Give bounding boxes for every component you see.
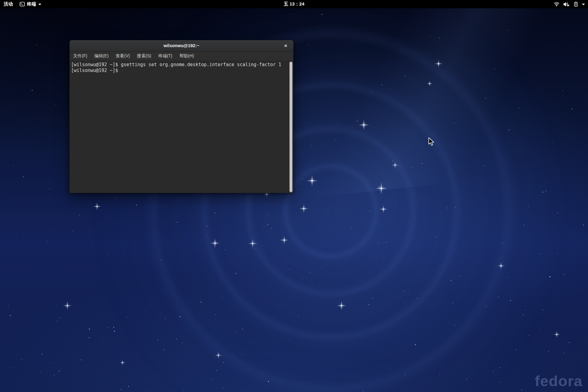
star [500, 382, 500, 383]
star [10, 315, 11, 316]
star [322, 268, 322, 269]
star [40, 371, 40, 371]
app-menu-button[interactable]: 终端 [17, 0, 44, 8]
star [136, 205, 137, 205]
star [96, 204, 96, 204]
star [177, 222, 178, 223]
star [246, 247, 247, 247]
star [44, 47, 45, 48]
star [206, 226, 207, 227]
star [337, 123, 337, 124]
star [217, 370, 217, 371]
bright-star [311, 180, 313, 181]
window-titlebar[interactable]: wilsonwu@192:~ × [70, 40, 293, 51]
star [164, 349, 164, 350]
star [405, 374, 405, 375]
star [81, 360, 81, 360]
star [50, 388, 50, 388]
star [371, 92, 371, 93]
system-status-area[interactable] [551, 0, 588, 8]
bright-star [67, 305, 68, 306]
menu-search[interactable]: 搜索(S) [137, 53, 151, 59]
window-title: wilsonwu@192:~ [164, 43, 199, 48]
bright-star [429, 83, 430, 84]
star [454, 123, 455, 123]
star [475, 88, 476, 88]
activities-button[interactable]: 活动 [0, 0, 17, 8]
star [542, 192, 543, 193]
star [510, 300, 511, 300]
star [24, 237, 24, 238]
star [105, 257, 105, 257]
star [378, 243, 379, 243]
star [8, 306, 9, 307]
star [493, 371, 494, 371]
star [549, 276, 550, 277]
star [484, 165, 484, 166]
star [36, 45, 37, 45]
star [48, 197, 48, 198]
clock-button[interactable]: 五 13：24 [281, 0, 307, 8]
star [289, 269, 290, 269]
star [271, 228, 272, 229]
bright-star [363, 124, 364, 126]
terminal-window: wilsonwu@192:~ × 文件(F) 编辑(E) 查看(V) 搜索(S)… [70, 40, 293, 193]
star [160, 260, 161, 261]
bright-star [341, 305, 342, 306]
star [335, 140, 335, 141]
star [545, 191, 546, 191]
star [137, 365, 138, 366]
scrollbar[interactable] [290, 62, 293, 192]
star [357, 121, 358, 122]
star [55, 105, 55, 105]
star [3, 206, 3, 206]
bright-star [122, 362, 123, 363]
star [225, 250, 225, 250]
star [486, 117, 486, 117]
star [47, 241, 47, 242]
menu-edit[interactable]: 编辑(E) [94, 53, 109, 59]
star [158, 339, 158, 340]
star [104, 341, 104, 341]
star [114, 331, 115, 331]
star [403, 291, 404, 291]
scrollbar-thumb[interactable] [289, 62, 292, 192]
bright-star [96, 206, 97, 207]
menu-terminal[interactable]: 终端(T) [158, 53, 172, 59]
star [215, 213, 215, 213]
star [525, 310, 526, 310]
star [543, 310, 544, 310]
window-menubar: 文件(F) 编辑(E) 查看(V) 搜索(S) 终端(T) 帮助(H) [70, 51, 293, 61]
close-button[interactable]: × [281, 40, 290, 51]
star [310, 273, 310, 273]
menu-help[interactable]: 帮助(H) [179, 53, 194, 59]
star [9, 171, 9, 171]
star [505, 381, 506, 382]
star [59, 371, 59, 371]
terminal-screen[interactable]: [wilsonwu@192 ~]$ gsettings set org.gnom… [70, 61, 293, 193]
wifi-icon [554, 2, 560, 6]
star [236, 273, 236, 274]
star [564, 353, 564, 353]
fedora-logo: fedora [535, 372, 582, 390]
bright-star [556, 334, 557, 335]
app-menu-label: 终端 [27, 1, 36, 7]
star [10, 368, 11, 368]
star [553, 323, 554, 324]
star [583, 225, 584, 225]
menu-file[interactable]: 文件(F) [73, 53, 87, 59]
bright-star [218, 355, 219, 356]
star [557, 253, 557, 253]
star [223, 362, 224, 363]
star [436, 382, 436, 382]
bright-star [501, 266, 502, 266]
star [57, 305, 57, 305]
star [354, 115, 354, 115]
star [562, 90, 563, 91]
star [268, 224, 268, 225]
menu-view[interactable]: 查看(V) [116, 53, 130, 59]
star [72, 232, 73, 232]
star [18, 384, 18, 384]
terminal-line: [wilsonwu@192 ~]$ gsettings set org.gnom… [71, 62, 288, 68]
star [188, 348, 189, 348]
